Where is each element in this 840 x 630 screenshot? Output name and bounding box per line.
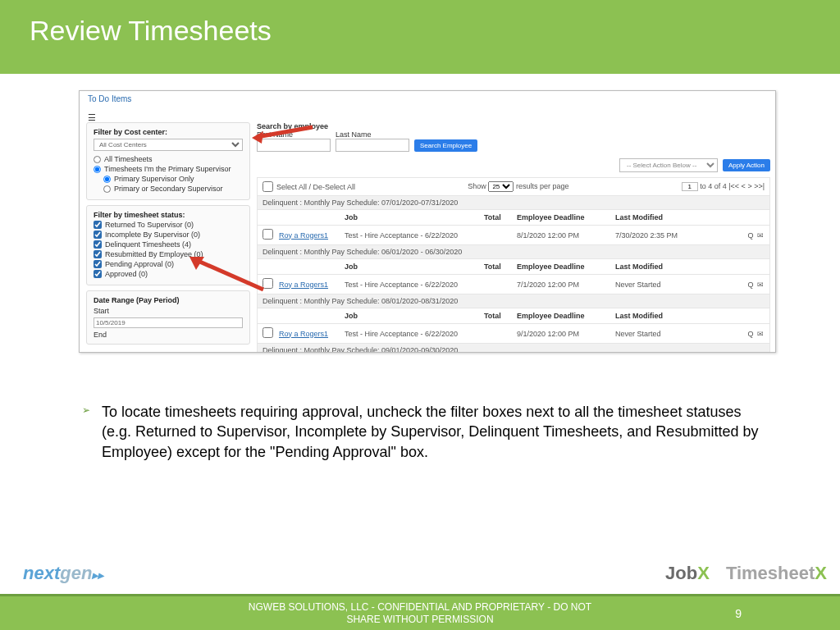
row-checkbox[interactable]: [262, 327, 273, 338]
pagination[interactable]: to 4 of 4 |<< < > >>|: [700, 182, 765, 190]
row-actions[interactable]: Q ✉: [705, 231, 765, 240]
footer: NGWEB SOLUTIONS, LLC - CONFIDENTIAL AND …: [0, 594, 840, 630]
table-row[interactable]: Roy a Rogers1Test - Hire Acceptance - 6/…: [257, 324, 770, 344]
row-actions[interactable]: Q ✉: [705, 330, 765, 338]
col-headers: JobTotalEmployee DeadlineLast Modified: [257, 308, 770, 324]
group-header: Delinquent : Monthly Pay Schedule: 07/01…: [257, 196, 770, 210]
col-headers: JobTotalEmployee DeadlineLast Modified: [257, 210, 770, 226]
footer-text: NGWEB SOLUTIONS, LLC - CONFIDENTIAL AND …: [240, 601, 600, 626]
main-panel: Search by employee First Name Last Name …: [257, 122, 770, 352]
date-range-panel: Date Range (Pay Period) Start End: [86, 290, 250, 345]
select-all-label: Select All / De-Select All: [276, 183, 355, 191]
per-page-select[interactable]: 25: [488, 181, 514, 192]
filter-status-title: Filter by timesheet status:: [94, 211, 185, 219]
date-range-title: Date Range (Pay Period): [94, 296, 180, 304]
group-header: Delinquent : Monthly Pay Schedule: 08/01…: [257, 294, 770, 308]
bullet-text: To locate timesheets requiring approval,…: [102, 402, 763, 462]
row-checkbox[interactable]: [262, 229, 273, 240]
last-name-input[interactable]: [336, 139, 409, 152]
cost-center-select[interactable]: All Cost Centers: [94, 139, 243, 151]
filter-cost-center-panel: Filter by Cost center: All Cost Centers …: [86, 122, 250, 200]
filters-icon[interactable]: ☰: [80, 111, 99, 122]
apply-action-button[interactable]: Apply Action: [723, 159, 770, 171]
row-actions[interactable]: Q ✉: [705, 281, 765, 289]
slide-title: Review Timesheets: [0, 0, 840, 74]
page-number: 9: [735, 607, 742, 620]
app-screenshot: To Do Items ☰ Filter by Cost center: All…: [79, 90, 776, 353]
nextgen-logo: nextgen▸▸: [23, 563, 103, 584]
group-header: Delinquent : Monthly Pay Schedule: 06/01…: [257, 245, 770, 259]
radio-all-timesheets[interactable]: All Timesheets: [94, 155, 243, 163]
bulk-action-select[interactable]: -- Select Action Below --: [619, 158, 718, 172]
last-name-label: Last Name: [336, 130, 409, 139]
end-label: End: [94, 331, 243, 339]
logo-row: nextgen▸▸ JobX TimesheetX: [23, 563, 827, 584]
start-label: Start: [94, 307, 243, 315]
chk-incomplete[interactable]: Incomplete By Supervisor (0): [94, 231, 243, 239]
bullet-icon: ➢: [82, 404, 90, 462]
radio-primary-only[interactable]: Primary Supervisor Only: [103, 175, 243, 183]
filter-cc-title: Filter by Cost center:: [94, 128, 167, 136]
radio-primary-supervisor[interactable]: Timesheets I'm the Primary Supervisor: [94, 165, 243, 173]
sidebar: Filter by Cost center: All Cost Centers …: [86, 122, 250, 352]
todo-header: To Do Items: [80, 91, 775, 107]
start-date-input[interactable]: [94, 317, 243, 328]
arrow-to-approved: [185, 252, 267, 293]
chk-delinquent[interactable]: Delinquent Timesheets (4): [94, 240, 243, 249]
search-employee-button[interactable]: Search Employee: [414, 139, 477, 152]
chk-returned[interactable]: Returned To Supervisor (0): [94, 221, 243, 229]
table-row[interactable]: Roy a Rogers1Test - Hire Acceptance - 6/…: [257, 275, 770, 294]
timesheetx-logo: TimesheetX: [726, 563, 827, 584]
select-all-checkbox[interactable]: [262, 181, 273, 192]
jobx-logo: JobX: [665, 563, 710, 584]
col-headers: JobTotalEmployee DeadlineLast Modified: [257, 259, 770, 275]
arrow-to-cost-center: [249, 124, 314, 145]
table-row[interactable]: Roy a Rogers1Test - Hire Acceptance - 6/…: [257, 226, 770, 245]
radio-primary-or-secondary[interactable]: Primary or Secondary Supervisor: [103, 185, 243, 193]
group-header: Delinquent : Monthly Pay Schedule: 09/01…: [257, 344, 770, 353]
bullet-point: ➢ To locate timesheets requiring approva…: [82, 402, 763, 462]
page-input[interactable]: [682, 182, 698, 191]
